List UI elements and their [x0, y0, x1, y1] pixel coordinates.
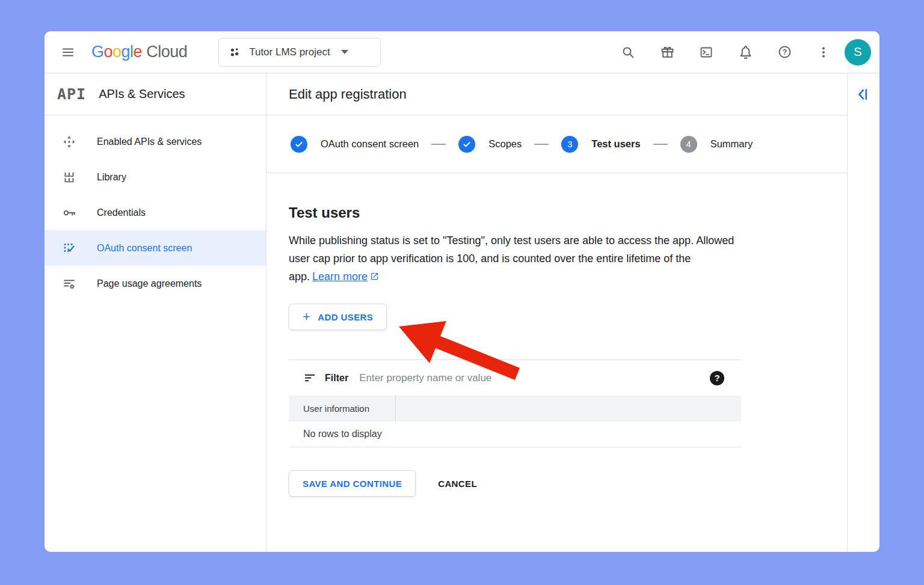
filter-label: Filter: [325, 373, 348, 384]
add-users-label: ADD USERS: [318, 312, 373, 322]
api-logo: API: [57, 85, 86, 103]
external-link-icon: [370, 268, 379, 286]
gift-icon: [660, 44, 675, 60]
step-done-circle: [291, 136, 307, 153]
step-connector: [431, 144, 446, 145]
sidebar-item-oauth-consent[interactable]: OAuth consent screen: [45, 230, 266, 266]
library-icon: [62, 170, 76, 185]
step-label: Summary: [710, 138, 753, 150]
form-actions: SAVE AND CONTINUE CANCEL: [289, 470, 847, 497]
logo-letter: G: [91, 43, 104, 61]
google-cloud-logo[interactable]: G o o g l e Cloud: [91, 43, 187, 61]
section-description: While publishing status is set to "Testi…: [289, 231, 745, 286]
enabled-apis-icon: [62, 135, 76, 149]
topbar: G o o g l e Cloud Tutor LMS project: [45, 31, 879, 73]
main-header: Edit app registration: [266, 73, 847, 115]
account-avatar[interactable]: S: [845, 39, 871, 66]
empty-message: No rows to display: [303, 429, 382, 440]
step-summary[interactable]: 4 Summary: [680, 136, 753, 153]
step-scopes[interactable]: Scopes: [458, 136, 522, 153]
sidebar-header: API APIs & Services: [45, 73, 266, 115]
check-icon: [294, 139, 304, 149]
stepper: OAuth consent screen Scopes 3 Test users: [266, 115, 847, 173]
project-selector[interactable]: Tutor LMS project: [218, 38, 381, 67]
learn-more-link[interactable]: Learn more: [312, 271, 368, 283]
main-panel: Edit app registration OAuth consent scre…: [266, 73, 847, 552]
save-and-continue-button[interactable]: SAVE AND CONTINUE: [289, 470, 416, 497]
filter-help-icon[interactable]: ?: [710, 371, 724, 385]
page-agreements-icon: [62, 277, 76, 291]
key-icon: [62, 206, 76, 220]
right-rail: [847, 73, 879, 552]
step-test-users[interactable]: 3 Test users: [561, 136, 640, 153]
step-done-circle: [458, 136, 475, 153]
logo-letter: e: [134, 43, 143, 61]
help-button[interactable]: ?: [771, 38, 798, 66]
console-window: G o o g l e Cloud Tutor LMS project: [45, 31, 879, 552]
content: Test users While publishing status is se…: [266, 173, 847, 552]
sidebar: API APIs & Services Enabled APIs & servi…: [45, 73, 266, 552]
sidebar-item-credentials[interactable]: Credentials: [45, 195, 266, 230]
step-connector: [653, 144, 668, 145]
help-icon: ?: [777, 44, 792, 60]
logo-letter: g: [122, 43, 131, 61]
sidebar-item-label: Page usage agreements: [97, 278, 202, 289]
sidebar-item-page-usage-agreements[interactable]: Page usage agreements: [45, 266, 266, 301]
project-icon: [229, 46, 240, 58]
notifications-icon: [738, 44, 753, 60]
collapse-panel-icon: [856, 87, 872, 102]
page-title: Edit app registration: [289, 87, 407, 102]
step-label: Scopes: [488, 138, 522, 150]
add-users-button[interactable]: + ADD USERS: [289, 304, 387, 330]
sidebar-title: APIs & Services: [99, 87, 185, 101]
step-label: Test users: [591, 138, 640, 150]
logo-letter: o: [104, 43, 113, 61]
sidebar-item-label: Enabled APIs & services: [97, 136, 202, 147]
test-users-table: Filter ? User information No rows to dis…: [289, 360, 741, 447]
svg-text:?: ?: [782, 48, 787, 57]
project-name: Tutor LMS project: [249, 46, 330, 58]
sidebar-item-label: Library: [97, 172, 126, 183]
sidebar-item-library[interactable]: Library: [45, 159, 266, 195]
sidebar-item-label: Credentials: [97, 207, 146, 218]
chevron-down-icon: [341, 50, 348, 54]
more-vert-icon: [816, 45, 831, 60]
step-number-circle: 3: [561, 136, 578, 153]
more-options-button[interactable]: [810, 38, 837, 66]
sidebar-item-label: OAuth consent screen: [97, 243, 192, 254]
avatar-initial: S: [854, 45, 861, 59]
step-connector: [534, 144, 549, 145]
step-number-circle: 4: [680, 136, 697, 153]
column-header-user-information: User information: [289, 396, 396, 421]
table-header-row: User information: [289, 396, 741, 421]
collapse-panel-button[interactable]: [854, 87, 873, 103]
search-button[interactable]: [614, 38, 642, 66]
oauth-consent-icon: [62, 241, 76, 256]
plus-icon: +: [303, 310, 310, 323]
filter-row: Filter ?: [289, 360, 741, 396]
table-empty-row: No rows to display: [289, 421, 741, 447]
cancel-button[interactable]: CANCEL: [438, 479, 477, 489]
hamburger-icon: [61, 45, 75, 60]
section-heading: Test users: [289, 204, 847, 221]
notifications-button[interactable]: [732, 38, 759, 66]
sidebar-item-enabled-apis[interactable]: Enabled APIs & services: [45, 124, 266, 159]
logo-cloud-text: Cloud: [146, 43, 187, 61]
step-label: OAuth consent screen: [321, 138, 419, 150]
filter-input[interactable]: [359, 372, 710, 384]
step-oauth-consent-screen[interactable]: OAuth consent screen: [291, 136, 419, 153]
cloud-shell-button[interactable]: [692, 38, 720, 66]
check-icon: [462, 139, 472, 149]
logo-letter: o: [112, 43, 122, 61]
free-trial-button[interactable]: [653, 38, 681, 66]
filter-icon: [303, 371, 317, 385]
cloud-shell-icon: [699, 45, 713, 60]
search-icon: [621, 45, 635, 60]
menu-button[interactable]: [54, 38, 82, 66]
